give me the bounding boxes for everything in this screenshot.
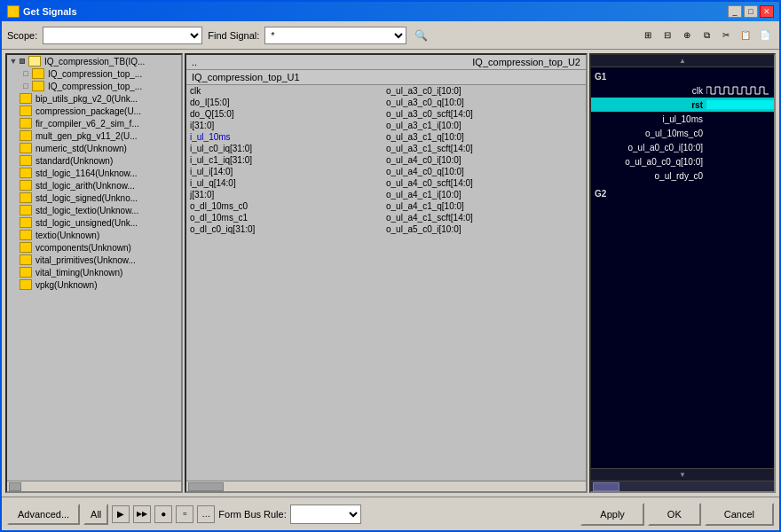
signal-row-3[interactable]: i[31:0] o_ul_a3_c1_i[10:0]: [186, 120, 586, 131]
tree-label-13: std_logic_unsigned(Unk...: [36, 218, 138, 228]
folder-icon-4: [20, 106, 32, 116]
add-icon[interactable]: ⊕: [678, 27, 696, 44]
wave-scroll-up[interactable]: ▲: [591, 55, 774, 67]
cancel-button[interactable]: Cancel: [705, 503, 774, 526]
tree-item-11[interactable]: std_logic_signed(Unkno...: [7, 192, 181, 204]
minimize-button[interactable]: _: [728, 5, 742, 18]
tree-panel: ▼ IQ_compression_TB(IQ... □ IQ_compressi…: [5, 53, 183, 493]
tree-item-8[interactable]: standard(Unknown): [7, 154, 181, 167]
wave-row-o-ul-a0-c0-q: o_ul_a0_c0_q[10:0]: [591, 154, 774, 168]
advanced-button[interactable]: Advanced...: [7, 504, 80, 525]
tree-scroll[interactable]: ▼ IQ_compression_TB(IQ... □ IQ_compressi…: [7, 55, 181, 481]
play2-icon[interactable]: ▶▶: [133, 505, 151, 523]
scope-combo[interactable]: [43, 27, 202, 44]
wave-signal-o-ul-rdy-c0: [706, 171, 774, 180]
tree-item-15[interactable]: vcomponents(Unknown): [7, 241, 181, 254]
tree-label-1: IQ_compression_top_...: [48, 69, 142, 79]
window-title: Get Signals: [23, 6, 77, 17]
scope-label: Scope:: [7, 30, 37, 41]
tree-item-14[interactable]: textio(Unknown): [7, 229, 181, 241]
signal-path-header: .. IQ_compression_top_U2: [186, 55, 586, 70]
tree-hscroll-thumb: [9, 482, 21, 491]
copy-icon[interactable]: ⧉: [698, 27, 715, 44]
wave-group-g2-label: G2: [591, 189, 706, 199]
signal-hscroll-thumb: [188, 482, 224, 491]
tree-item-18[interactable]: vpkg(Unknown): [7, 278, 181, 291]
wave-icon[interactable]: ≈: [176, 505, 193, 523]
wave-label-o-ul-a0-c0-i: o_ul_a0_c0_i[10:0]: [591, 143, 706, 153]
wave-group-g1-label: G1: [591, 72, 706, 82]
form-bus-combo[interactable]: [290, 505, 361, 524]
signal-row-7[interactable]: i_ul_i[14:0] o_ul_a4_c0_q[10:0]: [186, 166, 586, 177]
title-bar-left: ⚡ Get Signals: [7, 5, 77, 18]
signal-hscroll[interactable]: [186, 481, 586, 491]
path-back[interactable]: ..: [192, 57, 197, 67]
sig-col2-1: o_ul_a3_c0_q[10:0]: [386, 98, 582, 107]
wave-row-clk: clk: [591, 83, 774, 98]
tree-item-3[interactable]: bip_utils_pkg_v2_0(Unk...: [7, 92, 181, 105]
wave-label-o-ul-rdy-c0: o_ul_rdy_c0: [591, 171, 706, 181]
wave-scroll-down[interactable]: ▼: [591, 468, 774, 481]
signal-row-5[interactable]: i_ul_c0_iq[31:0] o_ul_a3_c1_scft[14:0]: [186, 143, 586, 154]
grid2-icon[interactable]: ⊟: [659, 27, 676, 44]
signal-row-11[interactable]: o_dl_10ms_c1 o_ul_a4_c1_scft[14:0]: [186, 212, 586, 223]
cut-icon[interactable]: ✂: [717, 27, 735, 44]
folder-icon-1: [32, 68, 44, 79]
tree-item-6[interactable]: mult_gen_pkg_v11_2(U...: [7, 129, 181, 142]
signal-row-4[interactable]: i_ul_10ms o_ul_a3_c1_q[10:0]: [186, 131, 586, 143]
tree-item-9[interactable]: std_logic_1164(Unknow...: [7, 167, 181, 179]
signal-row-12[interactable]: o_dl_c0_iq[31:0] o_ul_a5_c0_i[10:0]: [186, 223, 586, 235]
find-signal-combo[interactable]: *: [264, 27, 406, 44]
sig-col2-12: o_ul_a5_c0_i[10:0]: [386, 224, 582, 234]
all-button[interactable]: All: [83, 504, 108, 525]
tree-item-0[interactable]: ▼ IQ_compression_TB(IQ...: [7, 55, 181, 67]
signal-row-9[interactable]: j[31:0] o_ul_a4_c1_i[10:0]: [186, 189, 586, 200]
tree-item-7[interactable]: numeric_std(Unknown): [7, 142, 181, 154]
title-bar: ⚡ Get Signals _ □ ✕: [2, 2, 779, 21]
close-button[interactable]: ✕: [760, 5, 774, 18]
tree-item-12[interactable]: std_logic_textio(Unknow...: [7, 204, 181, 216]
ok-button[interactable]: OK: [648, 503, 701, 526]
wave-label-rst: rst: [591, 100, 706, 110]
tree-item-5[interactable]: fir_compiler_v6_2_sim_f...: [7, 117, 181, 129]
grid-icon[interactable]: ⊞: [639, 27, 657, 44]
tree-item-17[interactable]: vital_timing(Unknown): [7, 266, 181, 278]
folder-icon-9: [20, 168, 32, 178]
folder-icon-10: [20, 180, 32, 191]
tree-item-4[interactable]: compression_package(U...: [7, 105, 181, 117]
sub-path-label[interactable]: IQ_compression_top_U1: [192, 72, 300, 82]
signal-row-10[interactable]: o_dl_10ms_c0 o_ul_a4_c1_q[10:0]: [186, 200, 586, 212]
wave-signal-o-ul-a0-c0-i: [706, 143, 774, 152]
paste2-icon[interactable]: 📄: [756, 27, 774, 44]
tree-label-18: vpkg(Unknown): [36, 280, 97, 290]
wave-label-o-ul-a0-c0-q: o_ul_a0_c0_q[10:0]: [591, 157, 706, 167]
play-icon[interactable]: ▶: [112, 505, 130, 523]
apply-button[interactable]: Apply: [580, 503, 644, 526]
signal-row-8[interactable]: i_ul_q[14:0] o_ul_a4_c0_scft[14:0]: [186, 177, 586, 189]
sig-col2-6: o_ul_a4_c0_i[10:0]: [386, 155, 582, 165]
find-button[interactable]: 🔍: [412, 27, 430, 44]
tree-label-0: IQ_compression_TB(IQ...: [44, 57, 145, 66]
tree-item-16[interactable]: vital_primitives(Unknow...: [7, 254, 181, 266]
signal-row-1[interactable]: do_I[15:0] o_ul_a3_c0_q[10:0]: [186, 97, 586, 108]
tree-item-1[interactable]: □ IQ_compression_top_...: [20, 67, 181, 80]
wave-group-g2: G2: [591, 186, 774, 200]
tree-label-6: mult_gen_pkg_v11_2(U...: [36, 131, 138, 141]
wave-content-area: G1 clk rst: [591, 67, 774, 468]
tree-hscroll[interactable]: [7, 481, 181, 491]
more-icon[interactable]: …: [197, 505, 215, 523]
maximize-button[interactable]: □: [744, 5, 758, 18]
wave-panel: ▲ G1 clk r: [589, 53, 776, 493]
tree-item-10[interactable]: std_logic_arith(Unknow...: [7, 179, 181, 192]
signal-row-2[interactable]: do_Q[15:0] o_ul_a3_c0_scft[14:0]: [186, 108, 586, 120]
signal-row-6[interactable]: i_ul_c1_iq[31:0] o_ul_a4_c0_i[10:0]: [186, 154, 586, 166]
sig-col2-4: o_ul_a3_c1_q[10:0]: [386, 132, 582, 142]
signal-row-0[interactable]: clk o_ul_a3_c0_i[10:0]: [186, 85, 586, 97]
stop-icon[interactable]: ●: [154, 505, 172, 523]
paste1-icon[interactable]: 📋: [737, 27, 754, 44]
tree-item-2[interactable]: □ IQ_compression_top_...: [20, 80, 181, 92]
signal-grid[interactable]: clk o_ul_a3_c0_i[10:0] do_I[15:0] o_ul_a…: [186, 85, 586, 481]
folder-icon-18: [20, 279, 32, 290]
wave-hscroll[interactable]: [591, 481, 774, 491]
tree-item-13[interactable]: std_logic_unsigned(Unk...: [7, 216, 181, 229]
